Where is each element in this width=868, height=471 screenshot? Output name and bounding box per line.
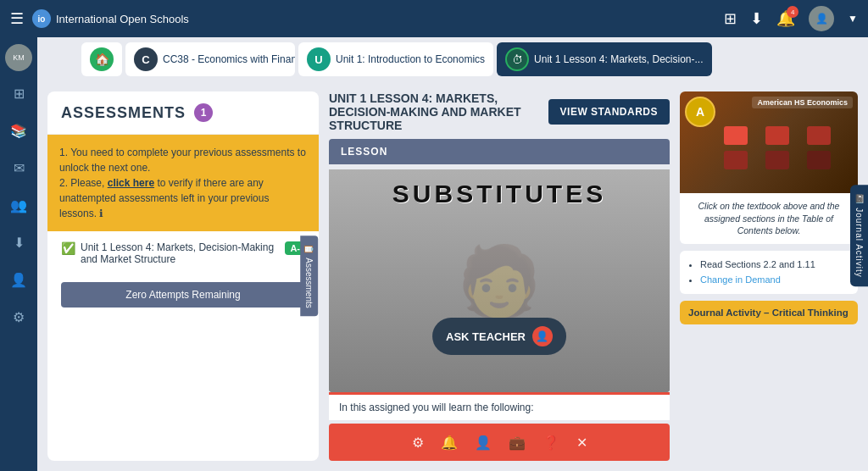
journal-side-tab[interactable]: 📓 Journal Activity	[850, 185, 868, 286]
course-icon: C	[134, 47, 158, 71]
download-icon[interactable]: ⬇	[750, 9, 763, 28]
sidebar-item-courses[interactable]: 📚	[3, 115, 34, 146]
top-header: ☰ io International Open Schools ⊞ ⬇ 🔔 4 …	[0, 0, 868, 37]
reading-link[interactable]: Change in Demand	[700, 274, 781, 285]
notification-icon[interactable]: 🔔 4	[776, 9, 795, 28]
reading-item-1: Read Sections 2.2 and 1.11	[700, 259, 815, 269]
reading-list: Read Sections 2.2 and 1.11 Change in Dem…	[680, 251, 858, 294]
left-sidebar: KM ⊞ 📚 ✉ 👥 ⬇ 👤 ⚙	[0, 37, 37, 471]
textbook-label: American HS Economics	[752, 97, 853, 108]
video-container[interactable]: SUBSTITUTES 🧑 ASK TEACHER 👤	[329, 169, 670, 392]
check-icon: ✅	[61, 241, 75, 255]
sidebar-item-profile[interactable]: 👤	[3, 264, 34, 295]
header-left: ☰ io International Open Schools	[10, 9, 189, 28]
puzzle-piece-2	[765, 126, 789, 145]
view-standards-button[interactable]: VIEW STANDARDS	[548, 99, 670, 125]
hamburger-menu[interactable]: ☰	[10, 9, 24, 28]
notification-badge: 4	[787, 6, 798, 18]
toolbar-icon-flag[interactable]: 🔔	[441, 435, 458, 451]
sidebar-item-groups[interactable]: 👥	[3, 190, 34, 220]
alert-line2-prefix: 2. Please,	[59, 177, 108, 189]
sidebar-item-dashboard[interactable]: ⊞	[3, 78, 34, 108]
assessments-title: ASSESSMENTS	[61, 104, 186, 122]
puzzle-piece-3	[807, 126, 831, 145]
main-layout: KM ⊞ 📚 ✉ 👥 ⬇ 👤 ⚙ 🏠 C CC38 - Economics wi…	[0, 37, 868, 471]
home-icon: 🏠	[90, 47, 114, 71]
breadcrumb-lesson[interactable]: ⏱ Unit 1 Lesson 4: Markets, Decision-...	[497, 42, 711, 76]
header-right: ⊞ ⬇ 🔔 4 👤 ▼	[724, 6, 858, 31]
lesson-header: UNIT 1 LESSON 4: MARKETS, DECISION-MAKIN…	[329, 91, 670, 132]
breadcrumb-home[interactable]: 🏠	[81, 42, 122, 76]
ask-teacher-icon: 👤	[532, 326, 553, 346]
breadcrumb-bar: 🏠 C CC38 - Economics with Financial Lite…	[75, 37, 868, 81]
middle-content: UNIT 1 LESSON 4: MARKETS, DECISION-MAKIN…	[329, 91, 670, 461]
sidebar-item-messages[interactable]: ✉	[3, 152, 34, 183]
puzzle-piece-4	[724, 151, 748, 169]
assessments-header: ASSESSMENTS 1	[47, 91, 319, 135]
assessment-item: ✅ Unit 1 Lesson 4: Markets, Decision-Mak…	[47, 231, 319, 282]
assessments-slide-tab[interactable]: 📋 Assessments	[300, 236, 318, 316]
assessment-item-title: Unit 1 Lesson 4: Markets, Decision-Makin…	[81, 241, 280, 265]
sidebar-avatar[interactable]: KM	[5, 44, 32, 71]
puzzle-piece-6	[807, 151, 831, 169]
school-name: International Open Schools	[56, 13, 189, 25]
sidebar-item-downloads[interactable]: ⬇	[3, 227, 34, 258]
toolbar-icon-settings[interactable]: ⚙	[412, 435, 424, 451]
textbook-image: A American HS Economics	[680, 91, 858, 193]
journal-tab-label: Journal Activity	[854, 208, 864, 278]
school-logo-icon: io	[32, 9, 51, 28]
textbook-card[interactable]: A American HS Economics Click on the t	[680, 91, 858, 244]
toolbar-icon-briefcase[interactable]: 💼	[509, 435, 526, 451]
video-overlay-text: SUBSTITUTES	[329, 180, 670, 208]
toolbar-icon-help[interactable]: ❓	[542, 435, 559, 451]
slide-tab-icon: 📋	[304, 244, 314, 254]
breadcrumb-course[interactable]: C CC38 - Economics with Financial Liter.…	[125, 42, 295, 76]
puzzle-piece-1	[724, 126, 748, 145]
attempts-bar: Zero Attempts Remaining	[61, 282, 305, 308]
course-label: CC38 - Economics with Financial Liter...	[163, 53, 295, 65]
lesson-label: Unit 1 Lesson 4: Markets, Decision-...	[534, 53, 703, 65]
assessment-item-header: ✅ Unit 1 Lesson 4: Markets, Decision-Mak…	[61, 241, 305, 265]
lesson-tab-bar: LESSON	[329, 139, 670, 164]
assessment-alert: 1. You need to complete your previous as…	[47, 135, 319, 231]
content-area: ASSESSMENTS 1 1. You need to complete yo…	[37, 81, 868, 471]
info-icon: ℹ	[99, 208, 103, 219]
avatar-dropdown[interactable]: ▼	[848, 13, 858, 25]
breadcrumb-unit[interactable]: U Unit 1: Introduction to Economics	[298, 42, 493, 76]
assessments-panel: ASSESSMENTS 1 1. You need to complete yo…	[47, 91, 319, 461]
lesson-description: In this assigned you will learn the foll…	[329, 392, 670, 420]
textbook-description: Click on the textbook above and the assi…	[680, 193, 858, 244]
textbook-logo: A	[685, 97, 715, 127]
right-panel: A American HS Economics Click on the t	[680, 91, 858, 461]
description-middle: you will learn the following:	[413, 402, 534, 413]
slide-tab-label: Assessments	[304, 258, 314, 308]
school-logo: io International Open Schools	[32, 9, 189, 28]
journal-activity-card[interactable]: Journal Activity – Critical Thinking	[680, 301, 858, 324]
assessment-count-badge: 1	[194, 103, 213, 122]
puzzle-piece-5	[765, 151, 789, 169]
user-avatar[interactable]: 👤	[809, 6, 834, 31]
description-prefix: In this assigned	[339, 402, 409, 413]
unit-label: Unit 1: Introduction to Economics	[336, 53, 485, 65]
sidebar-item-settings[interactable]: ⚙	[3, 302, 34, 332]
ask-teacher-label: ASK TEACHER	[446, 330, 526, 343]
alert-line1: 1. You need to complete your previous as…	[59, 147, 306, 174]
journal-tab-icon: 📓	[854, 193, 864, 204]
apps-icon[interactable]: ⊞	[724, 9, 737, 28]
alert-link[interactable]: click here	[108, 177, 154, 189]
toolbar-icon-close[interactable]: ✕	[576, 435, 587, 451]
unit-icon: U	[307, 47, 331, 71]
bottom-toolbar: ⚙ 🔔 👤 💼 ❓ ✕	[329, 424, 670, 461]
toolbar-icon-person[interactable]: 👤	[475, 435, 492, 451]
lesson-icon: ⏱	[505, 47, 529, 71]
lesson-title: UNIT 1 LESSON 4: MARKETS, DECISION-MAKIN…	[329, 91, 548, 132]
person-silhouette: 🧑	[457, 241, 542, 321]
video-thumbnail: SUBSTITUTES 🧑	[329, 169, 670, 392]
ask-teacher-popup[interactable]: ASK TEACHER 👤	[432, 318, 566, 355]
